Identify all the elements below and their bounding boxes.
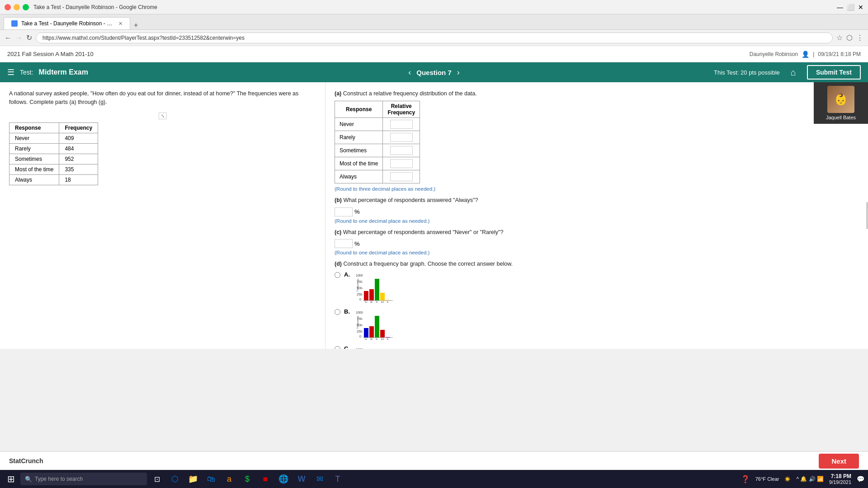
maximize-button[interactable] (23, 4, 29, 10)
amazon-button[interactable]: a (221, 471, 237, 487)
user-name: Daunyelle Robinson (750, 51, 798, 57)
cash-icon: $ (245, 474, 250, 484)
minimize-icon[interactable]: — (837, 4, 843, 11)
menu-icon[interactable]: ☰ (7, 67, 14, 77)
forward-button[interactable]: → (15, 34, 23, 42)
edge-button[interactable]: ⬡ (167, 471, 183, 487)
mail-button[interactable]: ✉ (311, 471, 328, 487)
task-view-button[interactable]: ⊡ (149, 471, 165, 487)
address-bar[interactable]: https://www.mathxl.com/Student/PlayerTes… (36, 33, 833, 43)
store-button[interactable]: 🛍 (203, 471, 219, 487)
radio-option-b[interactable] (335, 309, 340, 315)
close-button[interactable] (5, 4, 11, 10)
input-rel-freq-always[interactable] (390, 172, 413, 181)
teams-button[interactable]: T (330, 471, 346, 487)
svg-text:250-: 250- (357, 293, 363, 296)
close-icon[interactable]: ✕ (858, 4, 863, 11)
part-b-input-row: % (335, 207, 859, 216)
next-button[interactable]: Next (819, 454, 859, 469)
profile-popup: 👶 Jaquell Bates (814, 82, 868, 124)
word-icon: W (298, 474, 306, 484)
input-part-c[interactable] (335, 239, 353, 248)
table-row: Never 409 (9, 133, 98, 143)
radio-option-c[interactable] (335, 346, 340, 349)
input-rel-freq-sometimes[interactable] (390, 146, 413, 155)
back-button[interactable]: ← (5, 34, 12, 42)
chart-b: 1000 750- 500- 250- 0 N R S M A Frequenc… (356, 308, 401, 340)
chart-c: 1000 750- 500- 250- 0 N R S M A Frequenc… (356, 345, 401, 349)
rel-freq-row-sometimes: Sometimes (335, 144, 420, 157)
input-rel-freq-rarely[interactable] (390, 133, 413, 142)
reload-button[interactable]: ↻ (26, 33, 32, 42)
address-bar-row: ← → ↻ https://www.mathxl.com/Student/Pla… (0, 30, 868, 46)
svg-rect-7 (375, 279, 379, 300)
cash-app-button[interactable]: $ (239, 471, 255, 487)
help-icon: ❓ (741, 475, 750, 483)
col-rel-freq-header: RelativeFrequency (383, 101, 420, 117)
svg-rect-6 (369, 289, 374, 300)
chrome-button[interactable]: 🌐 (275, 471, 292, 487)
clock: 7:18 PM 9/19/2021 (829, 473, 851, 485)
table-row: Rarely 484 (9, 143, 98, 154)
taskbar: ⊞ 🔍 Type here to search ⊡ ⬡ 📁 🛍 a $ ■ 🌐 … (0, 470, 868, 488)
frequency-table: Response Frequency Never 409 Rarely 484 … (9, 122, 98, 185)
test-name: Midterm Exam (39, 68, 88, 76)
radio-option-a[interactable] (335, 272, 340, 278)
next-question-button[interactable]: › (457, 68, 460, 77)
scrollbar[interactable] (866, 202, 868, 229)
nav-center: ‹ Question 7 › (408, 68, 460, 77)
svg-text:0: 0 (359, 335, 361, 338)
stat-crunch-button[interactable]: StatCrunch (9, 457, 43, 465)
separator: | (813, 51, 814, 57)
bookmark-icon[interactable]: ☆ (836, 33, 843, 42)
app-icon-red[interactable]: ■ (257, 471, 274, 487)
svg-text:M: M (381, 301, 384, 303)
user-icon: 👤 (802, 51, 809, 58)
mail-icon: ✉ (316, 474, 323, 484)
submit-test-button[interactable]: Submit Test (807, 65, 861, 80)
svg-rect-25 (380, 330, 385, 338)
home-button[interactable]: ⌂ (787, 66, 800, 80)
taskbar-search-box[interactable]: 🔍 Type here to search (20, 473, 147, 485)
svg-text:N: N (365, 301, 367, 303)
extensions-icon[interactable]: ⬡ (846, 33, 853, 42)
date-display: 9/19/2021 (829, 479, 851, 485)
svg-text:0: 0 (359, 298, 361, 301)
teams-icon: T (335, 474, 340, 484)
svg-text:N: N (365, 338, 367, 340)
word-button[interactable]: W (293, 471, 310, 487)
response-sometimes: Sometimes (9, 154, 59, 164)
freq-always: 18 (59, 174, 98, 185)
time-display: 7:18 PM (829, 473, 851, 479)
more-icon[interactable]: ⋮ (856, 33, 863, 42)
browser-title: Take a Test - Daunyelle Robinson - Googl… (33, 4, 157, 10)
url-text: https://www.mathxl.com/Student/PlayerTes… (42, 35, 245, 41)
profile-avatar: 👶 (827, 86, 854, 113)
svg-text:1000: 1000 (356, 274, 363, 277)
new-tab-icon[interactable]: + (134, 21, 138, 29)
option-a-label: A. (344, 271, 352, 278)
start-button[interactable]: ⊞ (4, 472, 19, 486)
store-icon: 🛍 (207, 474, 215, 484)
browser-window-controls[interactable] (5, 4, 29, 10)
test-label: Test: (20, 69, 33, 76)
input-part-b[interactable] (335, 207, 353, 216)
prev-question-button[interactable]: ‹ (408, 68, 411, 77)
col-response-header: Response (9, 122, 59, 133)
tab-close-icon[interactable]: ✕ (118, 21, 123, 27)
chrome-icon: 🌐 (278, 474, 288, 484)
minimize-button[interactable] (14, 4, 20, 10)
question-label: Question 7 (416, 69, 452, 76)
svg-rect-23 (369, 326, 374, 338)
system-icons: ^ 🔔 🔊 📶 (796, 476, 824, 482)
restore-icon[interactable]: ⬜ (847, 4, 854, 11)
active-tab[interactable]: Take a Test - Daunyelle Robinson - G... … (4, 17, 130, 29)
response-rarely: Rarely (9, 143, 59, 154)
notification-icon[interactable]: 💬 (857, 475, 864, 483)
input-rel-freq-never[interactable] (390, 120, 413, 129)
input-rel-freq-most[interactable] (390, 159, 413, 168)
explorer-button[interactable]: 📁 (185, 471, 201, 487)
weather-text: 76°F Clear (755, 476, 779, 482)
search-icon: 🔍 (25, 476, 32, 483)
resize-handle[interactable]: ⤡ (9, 112, 316, 119)
